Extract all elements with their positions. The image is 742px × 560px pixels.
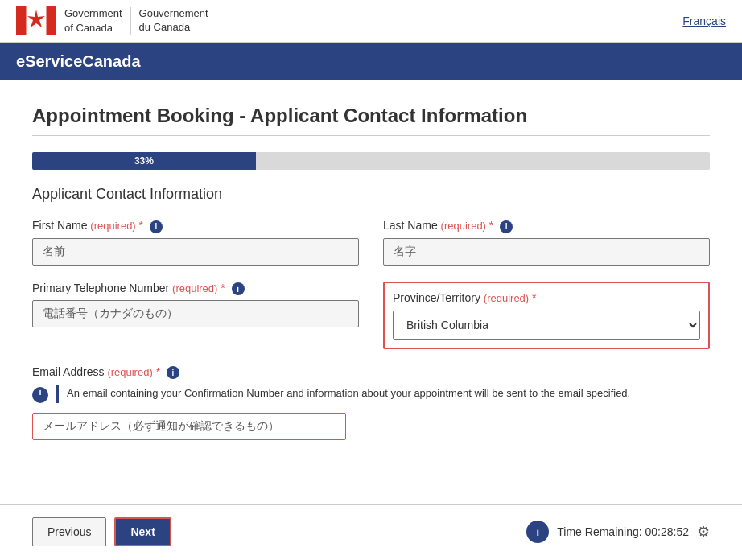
email-input-row <box>32 413 710 440</box>
email-input[interactable] <box>32 413 346 440</box>
section-title: Applicant Contact Information <box>32 186 710 203</box>
phone-input[interactable] <box>32 300 359 327</box>
phone-label: Primary Telephone Number (required) * i <box>32 282 359 296</box>
svg-rect-1 <box>16 6 27 35</box>
nav-bar: eServiceCanada <box>0 43 742 80</box>
last-name-group: Last Name (required) * i <box>383 219 710 266</box>
footer-buttons: Previous Next <box>32 517 171 546</box>
first-name-input[interactable] <box>32 238 359 266</box>
progress-bar: 33% <box>32 152 256 170</box>
footer-bar: Previous Next i Time Remaining: 00:28:52… <box>0 504 742 558</box>
phone-province-row: Primary Telephone Number (required) * i … <box>32 282 710 349</box>
top-header: Government of Canada Gouvernement du Can… <box>0 0 742 43</box>
phone-info-icon[interactable]: i <box>232 282 245 295</box>
phone-group: Primary Telephone Number (required) * i <box>32 282 359 349</box>
email-info-icon[interactable]: i <box>167 366 179 379</box>
first-name-info-icon[interactable]: i <box>150 220 163 233</box>
canada-logo: Government of Canada Gouvernement du Can… <box>16 6 208 35</box>
settings-gear-icon[interactable]: ⚙ <box>697 523 710 541</box>
email-info-box: i An email containing your Confirmation … <box>32 385 710 403</box>
first-name-label: First Name (required) * i <box>32 219 359 233</box>
province-group: Province/Territory (required) * Alberta … <box>383 282 710 349</box>
page-title: Appointment Booking - Applicant Contact … <box>32 105 710 136</box>
time-remaining-text: Time Remaining: 00:28:52 <box>557 525 689 538</box>
next-button[interactable]: Next <box>114 517 171 546</box>
name-row: First Name (required) * i Last Name (req… <box>32 219 710 266</box>
last-name-label: Last Name (required) * i <box>383 219 710 233</box>
footer-timer: i Time Remaining: 00:28:52 ⚙ <box>526 521 710 543</box>
last-name-input[interactable] <box>383 238 710 266</box>
email-info-text: An email containing your Confirmation Nu… <box>56 385 630 403</box>
progress-bar-container: 33% <box>32 152 710 170</box>
language-toggle-link[interactable]: Français <box>682 14 726 27</box>
canada-text-french: Gouvernement du Canada <box>130 7 208 35</box>
app-title: eServiceCanada <box>16 52 141 70</box>
canada-text-english: Government of Canada <box>64 6 122 35</box>
svg-rect-2 <box>47 6 57 35</box>
first-name-group: First Name (required) * i <box>32 219 359 266</box>
email-label-row: Email Address (required) * i <box>32 365 710 380</box>
province-highlighted-box: Province/Territory (required) * Alberta … <box>383 282 710 349</box>
province-select[interactable]: Alberta British Columbia Manitoba New Br… <box>393 311 700 340</box>
email-section: Email Address (required) * i i An email … <box>32 365 710 441</box>
email-label: Email Address (required) * i <box>32 365 179 380</box>
main-content: Appointment Booking - Applicant Contact … <box>0 80 742 480</box>
canada-flag-icon <box>16 6 56 35</box>
last-name-info-icon[interactable]: i <box>500 220 513 233</box>
previous-button[interactable]: Previous <box>32 517 106 546</box>
timer-icon: i <box>526 521 549 543</box>
province-label: Province/Territory (required) * <box>393 291 700 304</box>
info-box-icon: i <box>32 387 48 403</box>
